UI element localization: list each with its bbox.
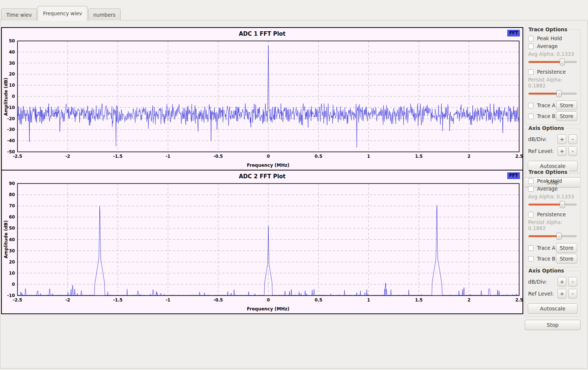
svg-text:0.5: 0.5	[315, 154, 322, 159]
svg-text:50: 50	[9, 38, 15, 44]
persistence-label: Persistence	[537, 211, 566, 217]
adc2-plot-title: ADC 2 FFT Plot	[2, 173, 523, 180]
tab-numbers[interactable]: numbers	[88, 9, 121, 20]
persistence-checkbox[interactable]	[528, 69, 534, 75]
store-trace-b-button-adc1[interactable]: Store	[556, 111, 577, 121]
stop-button-adc2[interactable]: Stop	[525, 320, 581, 330]
average-label: Average	[537, 186, 557, 192]
trace-b-row-adc2[interactable]: Trace B	[528, 256, 555, 262]
slider-fill	[528, 61, 562, 63]
persistence-label: Persistence	[537, 69, 566, 75]
svg-text:-1: -1	[166, 297, 170, 303]
avg-alpha-slider-adc1[interactable]	[528, 58, 577, 66]
trace-options-title: Trace Options	[527, 169, 569, 175]
svg-text:2.5: 2.5	[515, 297, 523, 303]
svg-text:-2.5: -2.5	[13, 154, 22, 159]
persistence-row-adc1[interactable]: Persistence	[528, 69, 577, 75]
ref-level-minus-button-adc1[interactable]: -	[568, 146, 577, 156]
persistence-checkbox[interactable]	[528, 212, 534, 217]
slider-handle[interactable]	[560, 58, 565, 66]
adc1-xaxis-label: Frequency (MHz)	[17, 163, 519, 168]
db-div-minus-button-adc2[interactable]: -	[568, 277, 577, 287]
avg-alpha-label: Avg Alpha: 0.1333	[528, 51, 577, 57]
peak-hold-checkbox[interactable]	[528, 36, 534, 41]
slider-handle[interactable]	[556, 233, 562, 240]
ref-level-plus-button-adc1[interactable]: +	[557, 146, 566, 156]
trace-b-label: Trace B	[537, 113, 555, 119]
ref-level-label: Ref Level:	[528, 148, 556, 154]
store-trace-b-button-adc2[interactable]: Store	[556, 254, 577, 264]
svg-text:-0.5: -0.5	[214, 297, 223, 303]
trace-a-checkbox[interactable]	[528, 245, 534, 251]
slider-fill	[528, 204, 562, 205]
adc1-options-column: Trace Options Peak Hold Average Avg Alph…	[525, 26, 581, 188]
peak-hold-row-adc2[interactable]: Peak Hold	[528, 178, 577, 184]
slider-track	[528, 61, 577, 63]
adc2-fft-chart[interactable]: 9080706050403020100-10-2.5-2-1.5-1-0.500…	[2, 170, 523, 313]
axis-options-group-adc1: Axis Options dB/Div: + - Ref Level: + - …	[525, 128, 581, 174]
store-trace-a-button-adc2[interactable]: Store	[556, 243, 577, 253]
average-label: Average	[537, 43, 557, 49]
average-row-adc1[interactable]: Average	[528, 43, 577, 49]
adc1-yaxis-label: Amplitude (dB)	[3, 69, 9, 125]
adc1-fft-chart[interactable]: 50403020100-10-20-30-40-50-2.5-2-1.5-1-0…	[2, 28, 523, 170]
axis-options-title: Axis Options	[527, 125, 566, 131]
svg-text:-1.5: -1.5	[113, 297, 122, 303]
persist-alpha-label: Persist Alpha: 0.1882	[528, 77, 577, 89]
avg-alpha-slider-adc2[interactable]	[528, 201, 577, 208]
trace-b-label: Trace B	[537, 256, 555, 262]
svg-text:-1: -1	[166, 154, 170, 159]
db-div-plus-button-adc1[interactable]: +	[557, 134, 566, 144]
axis-options-title: Axis Options	[527, 268, 566, 274]
svg-text:0: 0	[12, 282, 15, 287]
svg-text:50: 50	[9, 226, 15, 231]
adc1-plot-title: ADC 1 FFT Plot	[2, 31, 523, 37]
slider-handle[interactable]	[556, 90, 562, 97]
adc2-xaxis-label: Frequency (MHz)	[17, 306, 519, 312]
peak-hold-row-adc1[interactable]: Peak Hold	[528, 35, 577, 41]
svg-text:40: 40	[9, 50, 15, 55]
ref-level-minus-button-adc2[interactable]: -	[568, 289, 577, 299]
adc2-options-column: Trace Options Peak Hold Average Avg Alph…	[525, 169, 581, 330]
ref-level-plus-button-adc2[interactable]: +	[557, 289, 566, 299]
peak-hold-checkbox[interactable]	[528, 178, 534, 184]
tab-bar: Time wiev Frequency wiev numbers	[1, 6, 121, 20]
slider-track	[528, 235, 577, 237]
store-trace-a-button-adc1[interactable]: Store	[556, 101, 577, 110]
slider-fill	[528, 93, 559, 95]
slider-fill	[528, 235, 559, 237]
ref-level-label: Ref Level:	[528, 291, 556, 297]
svg-text:-30: -30	[7, 127, 15, 132]
trace-a-row-adc1[interactable]: Trace A	[528, 102, 555, 108]
svg-text:-2: -2	[65, 154, 70, 159]
svg-text:0: 0	[12, 94, 15, 99]
autoscale-button-adc2[interactable]: Autoscale	[528, 303, 578, 314]
svg-text:0.5: 0.5	[315, 297, 322, 303]
slider-track	[528, 204, 577, 205]
average-row-adc2[interactable]: Average	[528, 186, 577, 192]
persist-alpha-slider-adc1[interactable]	[528, 90, 577, 97]
persistence-row-adc2[interactable]: Persistence	[528, 211, 577, 217]
peak-hold-label: Peak Hold	[537, 178, 562, 184]
svg-text:40: 40	[9, 237, 15, 242]
trace-a-row-adc2[interactable]: Trace A	[528, 245, 555, 251]
svg-text:-2: -2	[65, 297, 70, 303]
average-checkbox[interactable]	[528, 186, 534, 192]
svg-text:2.5: 2.5	[515, 154, 523, 159]
trace-a-checkbox[interactable]	[528, 103, 534, 108]
svg-text:1: 1	[367, 297, 370, 303]
trace-b-checkbox[interactable]	[528, 256, 534, 262]
slider-track	[528, 93, 577, 95]
svg-text:1: 1	[367, 154, 370, 159]
trace-b-checkbox[interactable]	[528, 114, 534, 119]
db-div-plus-button-adc2[interactable]: +	[557, 277, 566, 287]
average-checkbox[interactable]	[528, 44, 534, 49]
db-div-minus-button-adc1[interactable]: -	[568, 134, 577, 144]
trace-b-row-adc1[interactable]: Trace B	[528, 113, 555, 119]
db-div-label: dB/Div:	[528, 279, 556, 285]
tab-time-view[interactable]: Time wiev	[1, 9, 37, 20]
slider-handle[interactable]	[560, 201, 565, 208]
tab-frequency-view[interactable]: Frequency wiev	[38, 6, 87, 20]
svg-text:90: 90	[9, 181, 15, 186]
persist-alpha-slider-adc2[interactable]	[528, 232, 577, 240]
